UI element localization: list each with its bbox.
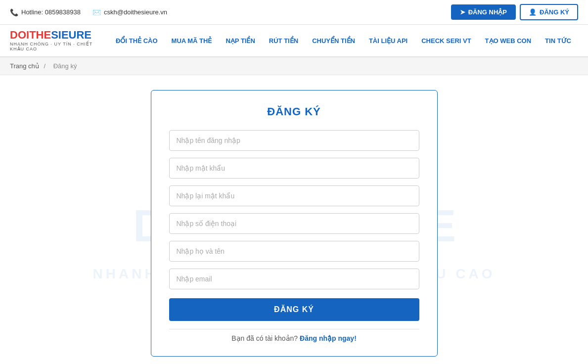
nav-link-doi-the-cao[interactable]: ĐỔI THẺ CÀO xyxy=(109,28,164,53)
top-bar: 📞 Hotline: 0859838938 ✉️ cskh@doithesieu… xyxy=(0,0,588,25)
logo-sieu: SIEU xyxy=(51,29,76,41)
nav-link-tin-tuc[interactable]: TIN TỨC xyxy=(538,28,578,53)
breadcrumb-current: Đăng ký xyxy=(53,62,77,70)
login-arrow-icon: ➤ xyxy=(460,8,465,16)
confirm-password-input[interactable] xyxy=(169,185,419,206)
login-button[interactable]: ➤ ĐĂNG NHẬP xyxy=(451,4,516,20)
nav-link-check-seri-vt[interactable]: CHECK SERI VT xyxy=(414,28,478,53)
email-item: ✉️ cskh@doithesieure.vn xyxy=(92,8,167,16)
login-link[interactable]: Đăng nhập ngay! xyxy=(300,334,357,342)
nav-link-mua-ma-the[interactable]: MUA MÃ THẺ xyxy=(165,28,219,53)
username-input[interactable] xyxy=(169,130,419,151)
nav-item-chuyen-tien: CHUYỂN TIỀN xyxy=(305,28,362,53)
top-bar-right: ➤ ĐĂNG NHẬP 👤 ĐĂNG KÝ xyxy=(451,4,578,20)
nav-link-rut-tien[interactable]: RÚT TIỀN xyxy=(262,28,305,53)
form-footer: Bạn đã có tài khoản? Đăng nhập ngay! xyxy=(169,329,419,342)
username-group xyxy=(169,130,419,151)
nav-item-nap-tien: NẠP TIỀN xyxy=(219,28,262,53)
nav-item-tai-lieu-api: TÀI LIỆU API xyxy=(362,28,414,53)
logo[interactable]: DOITHESIEURE NHANH CHÓNG · UY TÍN · CHIẾ… xyxy=(10,25,94,56)
register-icon: 👤 xyxy=(529,8,537,16)
nav-item-tao-web-con: TẠO WEB CON xyxy=(478,28,539,53)
nav-item-mua-ma-the: MUA MÃ THẺ xyxy=(165,28,219,53)
breadcrumb-separator: / xyxy=(44,62,45,70)
fullname-group xyxy=(169,241,419,262)
register-button-top[interactable]: 👤 ĐĂNG KÝ xyxy=(520,4,578,20)
register-form-card: ĐĂNG KÝ ĐĂNG KÝ Bạn đã có tài khoản? Đăn… xyxy=(151,90,438,357)
top-bar-left: 📞 Hotline: 0859838938 ✉️ cskh@doithesieu… xyxy=(10,8,167,16)
logo-re: RE xyxy=(76,29,91,41)
logo-doi: DOI xyxy=(10,29,29,41)
fullname-input[interactable] xyxy=(169,241,419,262)
nav-item-check-seri-vt: CHECK SERI VT xyxy=(414,28,478,53)
footer-text: Bạn đã có tài khoản? xyxy=(231,334,298,342)
nav-item-tin-tuc: TIN TỨC xyxy=(538,28,578,53)
nav-link-tao-web-con[interactable]: TẠO WEB CON xyxy=(478,28,539,53)
logo-subtext: NHANH CHÓNG · UY TÍN · CHIẾT KHẤU CAO xyxy=(10,42,94,51)
email-icon: ✉️ xyxy=(92,8,101,16)
nav-link-tai-lieu-api[interactable]: TÀI LIỆU API xyxy=(362,28,414,53)
email-input[interactable] xyxy=(169,269,419,289)
phone-group xyxy=(169,213,419,234)
phone-icon: 📞 xyxy=(10,8,18,16)
logo-text: DOITHESIEURE xyxy=(10,30,91,41)
nav-item-doi-the-cao: ĐỔI THẺ CÀO xyxy=(109,28,164,53)
password-input[interactable] xyxy=(169,158,419,179)
hotline-item: 📞 Hotline: 0859838938 xyxy=(10,8,81,16)
logo-the: THE xyxy=(29,29,51,41)
password-group xyxy=(169,158,419,179)
nav-bar: DOITHESIEURE NHANH CHÓNG · UY TÍN · CHIẾ… xyxy=(0,25,588,57)
nav-item-rut-tien: RÚT TIỀN xyxy=(262,28,305,53)
confirm-password-group xyxy=(169,185,419,206)
page-content: DOITHESIEURE NHANH CHÓNG · UY TÍN · CHIẾ… xyxy=(0,75,588,364)
breadcrumb-home[interactable]: Trang chủ xyxy=(10,62,39,70)
nav-links: ĐỔI THẺ CÀO MUA MÃ THẺ NẠP TIỀN RÚT TIỀN… xyxy=(109,28,578,53)
hotline-text: Hotline: 0859838938 xyxy=(21,8,81,16)
email-group xyxy=(169,269,419,289)
phone-input[interactable] xyxy=(169,213,419,234)
breadcrumb: Trang chủ / Đăng ký xyxy=(0,57,588,75)
submit-button[interactable]: ĐĂNG KÝ xyxy=(169,298,419,321)
email-text: cskh@doithesieure.vn xyxy=(104,8,167,16)
nav-link-nap-tien[interactable]: NẠP TIỀN xyxy=(219,28,262,53)
nav-link-chuyen-tien[interactable]: CHUYỂN TIỀN xyxy=(305,28,362,53)
form-title: ĐĂNG KÝ xyxy=(169,105,419,118)
